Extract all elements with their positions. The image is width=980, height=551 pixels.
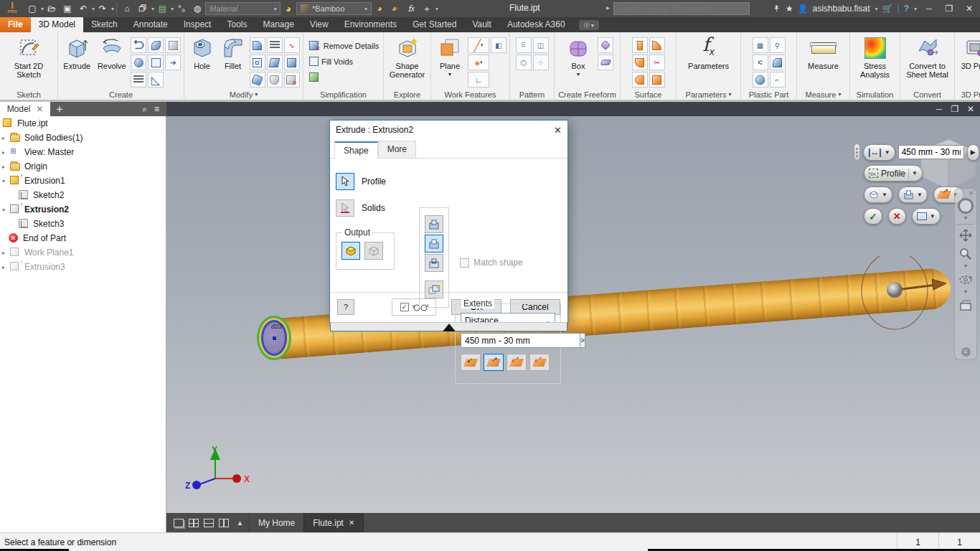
simplify-button[interactable] [309, 70, 319, 85]
sketch-pattern-icon[interactable]: ⁘ [533, 55, 549, 70]
expander-icon[interactable]: ▸ [0, 149, 7, 156]
tab-annotate[interactable]: Annotate [126, 17, 176, 32]
open-file-icon[interactable]: 🗁 [44, 1, 60, 16]
draft-icon[interactable] [267, 55, 283, 70]
axis-icon[interactable]: ╱▾ [468, 37, 489, 53]
thread-icon[interactable] [131, 72, 146, 88]
start-2d-sketch-button[interactable]: Start 2D Sketch [8, 34, 50, 79]
match-shape-checkbox[interactable] [460, 258, 469, 268]
add-qat-icon[interactable]: ＋ [419, 1, 435, 16]
coil-icon[interactable] [131, 55, 146, 70]
sweep-icon[interactable]: ⮌ [131, 37, 146, 53]
output-solid-button[interactable] [341, 242, 360, 260]
snap-fit-icon[interactable]: ⑆ [753, 55, 768, 70]
physical-material-icon[interactable]: ◍ [189, 1, 205, 16]
circular-pattern-icon[interactable]: ⬡ [516, 55, 532, 70]
tab-get-started[interactable]: Get Started [405, 17, 464, 32]
zoom-flyout-caret[interactable]: ▼ [963, 263, 969, 270]
extrude-direction-manipulator[interactable] [852, 256, 959, 331]
direction2-button[interactable]: ↗ [484, 354, 504, 371]
browser-tab-model[interactable]: Model✕ [0, 102, 50, 116]
tree-item-root[interactable]: Flute.ipt [0, 116, 166, 131]
collapse-icon[interactable]: ▾ [0, 178, 7, 184]
favorites-star-icon[interactable]: ★ [786, 4, 793, 14]
plane-button[interactable]: Plane▾ [434, 34, 466, 79]
dialog-help-button[interactable]: ? [337, 299, 354, 315]
mini-ok-button[interactable]: ✓ [864, 208, 882, 225]
tab-my-home[interactable]: My Home [250, 513, 303, 532]
browser-menu-icon[interactable]: ≡ [154, 104, 159, 114]
redo-icon[interactable]: ↷ [95, 1, 110, 16]
home-icon[interactable]: ⌂ [119, 1, 135, 16]
lip-icon[interactable] [770, 55, 786, 70]
rectangular-pattern-icon[interactable]: ⠿ [516, 37, 532, 53]
appearance-wheel-icon[interactable]: ◕ [281, 1, 296, 16]
replace-face-icon[interactable] [649, 72, 665, 88]
tree-item-view-master[interactable]: ▸ ⊞ View: Master [0, 145, 166, 159]
select-icon[interactable]: ▤ [154, 1, 170, 16]
hole-button[interactable]: Hole [188, 34, 217, 70]
split-icon[interactable]: ∿ [284, 37, 300, 53]
mini-flyout-right-button[interactable]: ▶ [967, 144, 979, 161]
communication-icon[interactable]: 🖈 [773, 4, 781, 14]
adjust-appearance-icon[interactable]: ◕ [372, 1, 387, 16]
mirror-small-icon[interactable]: ◧ [491, 37, 507, 53]
username[interactable]: asishbabu.fisat [812, 4, 870, 14]
fill-voids-button[interactable]: Fill Voids [309, 55, 353, 69]
close-button[interactable]: ✕ [961, 1, 977, 16]
joint-icon[interactable]: °₀ [174, 1, 189, 16]
parameters-button[interactable]: fx Parameters [680, 34, 738, 70]
mini-cancel-button[interactable]: ✕ [888, 208, 906, 225]
chamfer-icon[interactable] [250, 37, 265, 53]
tab-environments[interactable]: Environments [336, 17, 405, 32]
boolean-join-button[interactable] [425, 215, 443, 233]
output-surface-button[interactable] [364, 242, 383, 260]
mirror-icon[interactable]: ◫ [533, 37, 549, 53]
preview-checkbox[interactable]: ✓ [400, 303, 409, 311]
rest-icon[interactable]: ⌐ [770, 72, 786, 88]
mini-options-button[interactable]: ▼ [912, 208, 941, 225]
move-body-icon[interactable]: ✕ [284, 72, 300, 88]
sculpt-icon[interactable] [632, 55, 648, 70]
navbar-menu-icon[interactable]: ≡ [961, 347, 971, 357]
trim-icon[interactable]: ✂ [649, 55, 665, 70]
shell-icon[interactable] [250, 55, 265, 70]
tree-item-origin[interactable]: ▸ Origin [0, 159, 166, 174]
freeform-plane-icon[interactable] [598, 37, 613, 53]
tab-manage[interactable]: Manage [255, 17, 301, 32]
tree-item-end-of-part[interactable]: ✕ End of Part [0, 231, 166, 245]
combine-icon[interactable] [250, 72, 265, 88]
tree-item-solid-bodies[interactable]: ▸ Solid Bodies(1) [0, 131, 166, 145]
redo-caret[interactable]: ▾ [111, 6, 114, 12]
boolean-intersect-button[interactable] [425, 254, 443, 272]
dialog-tab-shape[interactable]: Shape [334, 141, 378, 159]
extend-icon[interactable] [632, 72, 648, 88]
loft-icon[interactable] [148, 37, 164, 53]
tab-autodesk-a360[interactable]: Autodesk A360 [499, 17, 573, 32]
boolean-cut-button[interactable] [425, 235, 443, 253]
save-icon[interactable]: ▣ [60, 1, 75, 16]
tree-item-sketch2[interactable]: Sketch2 [0, 188, 166, 202]
3d-print-button[interactable]: 3D Print [958, 34, 980, 70]
store-cart-icon[interactable]: 🛒 [882, 4, 893, 14]
mini-distance-button[interactable]: |↔| ▼ [863, 144, 895, 161]
user-caret[interactable]: ▾ [875, 6, 878, 12]
zoom-icon[interactable] [955, 245, 976, 263]
point-icon[interactable]: ◈▾ [468, 55, 489, 70]
expander-icon[interactable]: ▸ [0, 135, 7, 141]
tile-windows-icon[interactable] [189, 519, 199, 527]
shape-generator-button[interactable]: Shape Generator [387, 34, 428, 79]
direction-asymmetric-button[interactable]: ⤢ [529, 354, 550, 371]
new-file-icon[interactable]: ▢ [24, 1, 40, 16]
direction-symmetric-button[interactable]: ⤢ [507, 354, 527, 371]
navbar-close-icon[interactable]: ✕ [969, 190, 976, 197]
tab-flute-document[interactable]: Flute.ipt ✕ [303, 513, 364, 532]
look-at-icon[interactable] [955, 296, 976, 315]
collapse-icon[interactable]: ▾ [0, 207, 7, 213]
tree-item-extrusion3[interactable]: ▸ ↑ Extrusion3 [0, 260, 166, 274]
mini-profile-button[interactable]: ▻ Profile ▼ [864, 165, 923, 182]
stitch-icon[interactable] [632, 37, 648, 53]
doc-restore-button[interactable]: ❐ [947, 102, 963, 116]
tab-tools[interactable]: Tools [219, 17, 255, 32]
clear-appearance-icon[interactable]: ◕✕ [387, 1, 403, 16]
